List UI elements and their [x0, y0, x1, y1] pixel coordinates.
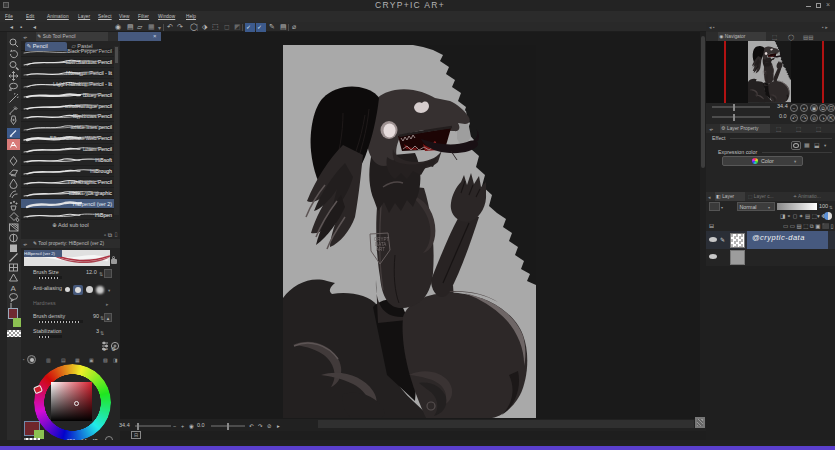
svg-text:A: A: [11, 284, 17, 293]
svg-text:ART: ART: [376, 247, 385, 252]
